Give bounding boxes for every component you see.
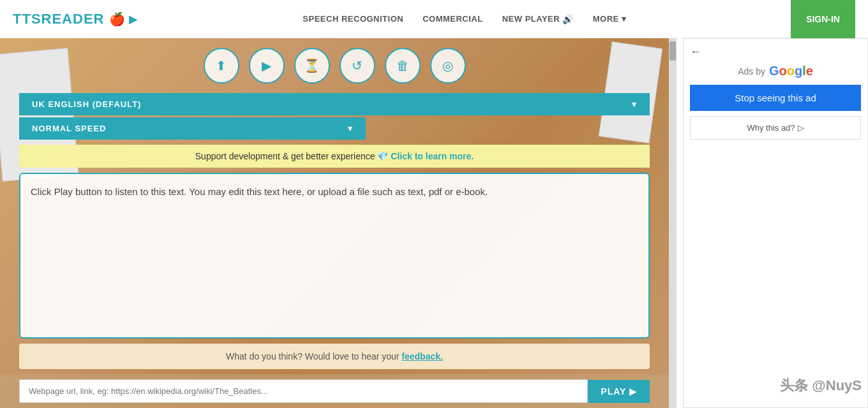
speed-label: NORMAL SPEED <box>32 124 107 133</box>
play-button[interactable]: ▶ <box>249 48 285 84</box>
url-play-button[interactable]: PLAY ▶ <box>588 380 650 403</box>
logo-icons: 🍎 ▶ <box>109 11 138 27</box>
new-player-link[interactable]: NEW PLAYER 🔊 <box>502 14 574 24</box>
timer-icon: ⏳ <box>304 58 320 73</box>
refresh-button[interactable]: ↺ <box>340 48 375 84</box>
controls-row: ⬆ ▶ ⏳ ↺ 🗑 ◎ <box>19 38 650 93</box>
logo-area: TTSREADER 🍎 ▶ <box>13 11 138 27</box>
upload-button[interactable]: ⬆ <box>204 48 239 84</box>
player-section: ⬆ ▶ ⏳ ↺ 🗑 ◎ <box>0 38 669 408</box>
right-sidebar-area: ← Ads by Google Stop seeing this ad Why … <box>669 38 868 408</box>
why-ad-button[interactable]: Why this ad? ▷ <box>690 116 861 140</box>
support-banner: Support development & get better experie… <box>19 145 650 168</box>
speed-arrow: ▾ <box>348 124 353 133</box>
sign-in-button[interactable]: SIGN-IN <box>791 0 855 38</box>
support-text: Support development & get better experie… <box>195 151 389 161</box>
google-e: e <box>806 64 813 78</box>
language-arrow: ▾ <box>632 99 637 109</box>
ads-back-button[interactable]: ← <box>690 45 701 59</box>
feedback-text: What do you think? Would love to hear yo… <box>226 351 399 361</box>
google-o2: o <box>787 64 795 78</box>
url-input[interactable] <box>19 379 588 403</box>
android-icon: ▶ <box>129 12 138 26</box>
logo-text[interactable]: TTSREADER <box>13 11 104 27</box>
upload-icon: ⬆ <box>216 58 227 73</box>
nav-links: SPEECH RECOGNITION COMMERCIAL NEW PLAYER… <box>303 14 626 24</box>
scrollbar[interactable] <box>669 38 677 408</box>
timer-button[interactable]: ⏳ <box>294 48 330 84</box>
player-content: ⬆ ▶ ⏳ ↺ 🗑 ◎ <box>0 38 669 369</box>
language-dropdown[interactable]: UK ENGLISH (DEFAULT) ▾ <box>19 93 650 115</box>
more-link[interactable]: MORE ▾ <box>593 14 627 24</box>
ads-by-label: Ads by <box>738 66 765 76</box>
google-o1: o <box>779 64 787 78</box>
header: TTSREADER 🍎 ▶ SPEECH RECOGNITION COMMERC… <box>0 0 868 38</box>
main-layout: ⬆ ▶ ⏳ ↺ 🗑 ◎ <box>0 38 868 408</box>
target-icon: ◎ <box>442 58 453 73</box>
delete-button[interactable]: 🗑 <box>385 48 421 84</box>
why-ad-arrow: ▷ <box>798 123 804 133</box>
speed-dropdown[interactable]: NORMAL SPEED ▾ <box>19 117 366 140</box>
text-area-placeholder[interactable]: Click Play button to listen to this text… <box>31 184 638 200</box>
dropdowns-area: UK ENGLISH (DEFAULT) ▾ NORMAL SPEED ▾ <box>19 93 650 140</box>
google-g2: g <box>795 64 802 78</box>
play-icon: ▶ <box>262 58 271 73</box>
url-bar-area: PLAY ▶ <box>0 374 669 408</box>
feedback-banner: What do you think? Would love to hear yo… <box>19 344 650 369</box>
language-label: UK ENGLISH (DEFAULT) <box>32 99 141 109</box>
commercial-link[interactable]: COMMERCIAL <box>423 14 483 24</box>
ads-panel: ← Ads by Google Stop seeing this ad Why … <box>683 38 868 408</box>
why-ad-label: Why this ad? <box>747 123 795 133</box>
feedback-link[interactable]: feedback. <box>401 351 443 361</box>
new-player-icon: 🔊 <box>562 14 574 24</box>
watermark: 头条 @NuyS <box>780 376 862 395</box>
speech-recognition-link[interactable]: SPEECH RECOGNITION <box>303 14 403 24</box>
refresh-icon: ↺ <box>352 58 363 73</box>
ads-by-google: Ads by Google <box>690 64 861 78</box>
delete-icon: 🗑 <box>396 59 409 73</box>
learn-more-link[interactable]: Click to learn more. <box>391 151 474 161</box>
stop-seeing-button[interactable]: Stop seeing this ad <box>690 85 861 111</box>
google-logo: Google <box>769 64 813 78</box>
scrollbar-thumb[interactable] <box>670 41 676 61</box>
text-area-container[interactable]: Click Play button to listen to this text… <box>19 173 650 339</box>
apple-icon: 🍎 <box>109 11 125 27</box>
target-button[interactable]: ◎ <box>430 48 466 84</box>
google-g: G <box>769 64 779 78</box>
